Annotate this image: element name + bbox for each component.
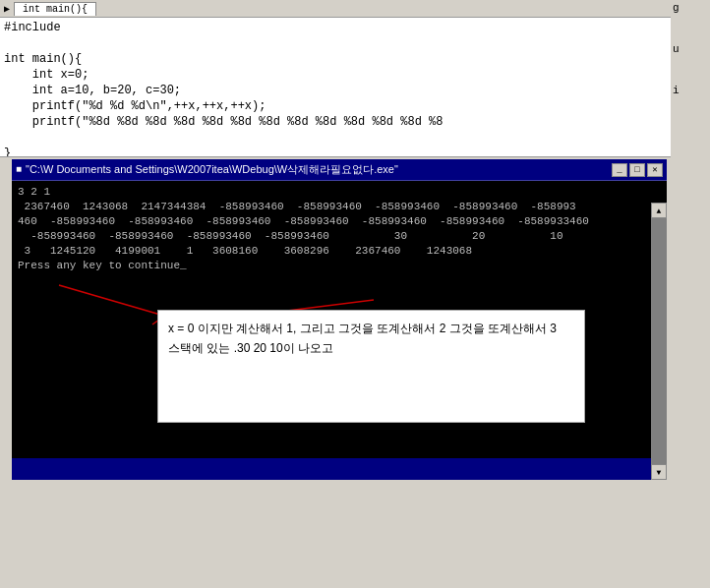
console-controls: _ □ ✕ <box>612 163 663 177</box>
scroll-down-button[interactable]: ▼ <box>651 464 667 480</box>
right-label-u: u <box>673 43 708 55</box>
annotation-box: x = 0 이지만 계산해서 1, 그리고 그것을 또계산해서 2 그것을 또계… <box>157 310 585 423</box>
editor-titlebar: ▶ int main(){ <box>0 0 710 18</box>
scroll-up-button[interactable]: ▲ <box>651 203 667 218</box>
code-line: int a=10, b=20, c=30; <box>4 84 181 97</box>
code-line: } <box>4 147 11 157</box>
right-label-g: g <box>673 2 708 14</box>
bottom-area <box>0 485 710 588</box>
close-button[interactable]: ✕ <box>647 163 663 177</box>
output-line: 3 1245120 4199001 1 3608160 3608296 2367… <box>18 245 472 257</box>
annotation-line-2: 스택에 있는 .30 20 10이 나오고 <box>168 338 574 358</box>
code-line: int x=0; <box>4 68 89 82</box>
editor-tab-icon: ▶ <box>4 3 10 15</box>
output-line: -858993460 -858993460 -858993460 -858993… <box>18 230 563 242</box>
right-label-i: i <box>673 85 708 96</box>
console-titlebar: ■ "C:\W Documents and Settings\W2007itea… <box>12 159 667 181</box>
code-line: printf("%d %d %d\n",++x,++x,++x); <box>4 99 266 113</box>
code-line: int main(){ <box>4 52 82 66</box>
console-icon: ■ <box>16 164 22 175</box>
annotation-line-1: x = 0 이지만 계산해서 1, 그리고 그것을 또계산해서 2 그것을 또계… <box>168 319 574 338</box>
code-content: #include int main(){ int x=0; int a=10, … <box>0 18 710 157</box>
output-line: 460 -858993460 -858993460 -858993460 -85… <box>18 215 589 227</box>
maximize-button[interactable]: □ <box>629 163 645 177</box>
output-line: Press any key to continue_ <box>18 260 187 271</box>
console-title: "C:\W Documents and Settings\W2007itea\W… <box>26 162 398 177</box>
code-editor: ▶ int main(){ #include int main(){ int x… <box>0 0 710 157</box>
editor-tab[interactable]: int main(){ <box>14 2 96 16</box>
code-line: printf("%8d %8d %8d %8d %8d %8d %8d %8d … <box>4 115 443 129</box>
code-line: #include <box>4 21 68 34</box>
console-scrollbar[interactable]: ▲ ▼ <box>651 203 667 480</box>
minimize-button[interactable]: _ <box>612 163 627 177</box>
scrollbar-track[interactable] <box>651 218 667 464</box>
output-line: 2367460 1243068 2147344384 -858993460 -8… <box>18 201 576 212</box>
output-line: 3 2 1 <box>18 186 50 198</box>
